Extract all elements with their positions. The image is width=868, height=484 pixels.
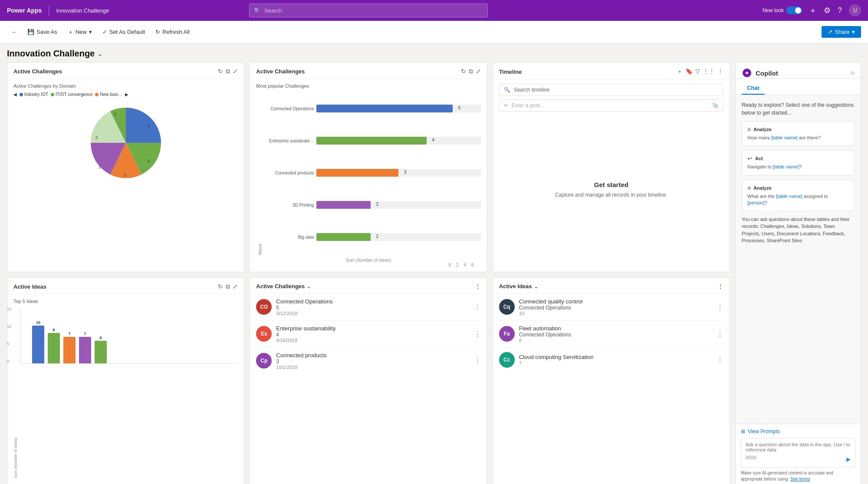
challenge-item-menu-2[interactable]: ⋮ xyxy=(474,357,481,365)
see-terms-link[interactable]: See terms xyxy=(790,477,810,481)
timeline-card-actions: ＋ 🔖 ▽ ⋮⋮ ⋮ xyxy=(677,68,723,76)
challenges-list-body: CO Connected Operations 5 3/12/2018 ⋮ Es… xyxy=(250,294,487,484)
set-as-default-button[interactable]: ✓ Set As Default xyxy=(98,26,149,38)
challenge-item-info-2: Connected products 3 10/1/2018 xyxy=(276,352,469,370)
copilot-close-icon[interactable]: ○ xyxy=(850,69,855,77)
settings-icon[interactable]: ⚙ xyxy=(824,6,831,15)
idea-avatar-1: Fa xyxy=(499,326,515,342)
challenge-item-menu-1[interactable]: ⋮ xyxy=(474,330,481,338)
power-apps-brand: Power Apps xyxy=(7,7,42,14)
idea-item-info-1: Fleet automation Connected Operations 8 xyxy=(519,325,712,343)
ideas-bar-val-1: 8 xyxy=(53,328,55,332)
challenges-list-more-icon[interactable]: ⋮ xyxy=(475,283,481,290)
copilot-suggestion-0[interactable]: ≡ Analyze How many [table name] are ther… xyxy=(742,121,855,146)
share-button[interactable]: ↗ Share ▾ xyxy=(822,26,861,38)
pie-card-subtitle: Active Challenges by Domain xyxy=(13,83,238,89)
ideas-expand-icon[interactable]: ⤢ xyxy=(233,283,238,290)
new-look-toggle[interactable]: New look xyxy=(763,7,802,14)
challenges-list-title-dropdown[interactable]: Active Challenges ⌄ xyxy=(256,283,311,290)
bar-expand-icon[interactable]: ⤢ xyxy=(476,68,481,75)
ideas-list-title-dropdown[interactable]: Active Ideas ⌄ xyxy=(499,283,539,290)
back-button[interactable]: ← xyxy=(7,26,21,38)
bar-fill-1: 4 xyxy=(316,137,426,145)
ideas-y-axis-label: Sum (Number of Votes) xyxy=(13,307,18,478)
copilot-suggestion-1-text: Navigate to [table name]? xyxy=(747,164,849,170)
attach-icon[interactable]: 📎 xyxy=(712,102,719,109)
next-legend-icon[interactable]: ▶ xyxy=(125,92,128,97)
bar-copy-icon[interactable]: ⧉ xyxy=(469,68,473,75)
copilot-suggestion-1[interactable]: ↩ Act Navigate to [table name]? xyxy=(742,150,855,175)
edit-icon: ✏ xyxy=(504,102,508,109)
svg-text:1: 1 xyxy=(124,172,126,177)
nav-right-actions: New look ＋ ⚙ ? U xyxy=(763,4,861,16)
timeline-post-input[interactable]: ✏ Enter a post… 📎 xyxy=(499,99,723,112)
challenge-item-name-1: Enterprise sustainability xyxy=(276,325,469,332)
bar-track-3: 2 xyxy=(316,201,480,209)
copy-card-icon[interactable]: ⧉ xyxy=(226,68,230,75)
bar-row-4: Big data 2 xyxy=(266,233,480,241)
ideas-list-more-icon[interactable]: ⋮ xyxy=(717,283,723,290)
timeline-more-icon[interactable]: ⋮ xyxy=(717,68,723,76)
refresh-all-button[interactable]: ↻ Refresh All xyxy=(151,26,194,38)
timeline-card: Timeline ＋ 🔖 ▽ ⋮⋮ ⋮ 🔍 Search timeline ✏ … xyxy=(493,62,730,272)
copilot-char-count: 0/500 xyxy=(746,455,756,464)
refresh-card-icon[interactable]: ↻ xyxy=(218,68,223,75)
idea-item-menu-0[interactable]: ⋮ xyxy=(717,303,723,311)
page-title-chevron-icon[interactable]: ⌄ xyxy=(97,49,103,58)
ideas-bar-col-4: 6 xyxy=(95,336,107,363)
idea-item-info-2: Cloud computing Servitization 7 xyxy=(519,354,712,365)
idea-item-menu-1[interactable]: ⋮ xyxy=(717,330,723,338)
copilot-send-button[interactable]: ➤ xyxy=(845,455,851,464)
idea-item-menu-2[interactable]: ⋮ xyxy=(717,356,723,364)
bar-refresh-icon[interactable]: ↻ xyxy=(461,68,466,75)
bar-track-4: 2 xyxy=(316,233,480,241)
prev-legend-icon[interactable]: ◀ xyxy=(13,92,17,97)
copilot-panel: Copilot ○ Chat Ready to explore? Select … xyxy=(735,62,861,484)
ideas-chart-container: Sum (Number of Votes) 051015 10 xyxy=(13,307,238,478)
profile-icon[interactable]: U xyxy=(849,4,861,16)
ideas-chart-title: Active Ideas xyxy=(13,283,46,290)
new-look-switch[interactable] xyxy=(786,7,802,14)
view-prompts-label: View Prompts xyxy=(748,428,780,435)
ideas-bar-col-0: 10 xyxy=(32,320,44,363)
bar-y-axis-label: Name xyxy=(256,94,264,255)
bar-fill-2: 3 xyxy=(316,169,398,177)
bar-val-1: 4 xyxy=(432,138,434,142)
add-icon[interactable]: ＋ xyxy=(809,5,817,16)
pie-card-actions: ↻ ⧉ ⤢ xyxy=(218,68,238,75)
ideas-bars: 10 8 7 xyxy=(23,307,107,363)
copilot-tab-chat[interactable]: Chat xyxy=(742,82,765,95)
svg-text:2: 2 xyxy=(95,135,98,140)
view-prompts-button[interactable]: ⊞ View Prompts xyxy=(741,428,780,435)
timeline-search-input[interactable]: 🔍 Search timeline xyxy=(499,84,723,96)
challenge-item-menu-0[interactable]: ⋮ xyxy=(474,303,481,311)
timeline-search-label: Search timeline xyxy=(514,87,550,93)
ideas-refresh-icon[interactable]: ↻ xyxy=(218,283,223,290)
timeline-card-body: 🔍 Search timeline ✏ Enter a post… 📎 Get … xyxy=(493,79,730,272)
ideas-chart-actions: ↻ ⧉ ⤢ xyxy=(218,283,238,290)
ideas-list-header: Active Ideas ⌄ ⋮ xyxy=(493,278,730,294)
copilot-suggestion-2-type: Analyze xyxy=(753,185,772,191)
copilot-suggestion-2[interactable]: ≡ Analyze What are the [table name] assi… xyxy=(742,180,855,211)
copilot-chat-input[interactable] xyxy=(746,442,851,452)
copilot-intro-text: Ready to explore? Select one of the sugg… xyxy=(742,101,855,117)
global-search[interactable]: 🔍 xyxy=(249,3,488,17)
bar-label-1: Enterprise sustainabi… xyxy=(266,138,314,143)
ideas-copy-icon[interactable]: ⧉ xyxy=(226,283,230,290)
expand-card-icon[interactable]: ⤢ xyxy=(233,68,238,75)
idea-item-count-2: 7 xyxy=(519,360,712,365)
idea-avatar-0: Cq xyxy=(499,299,515,315)
copilot-suggestion-1-header: ↩ Act xyxy=(747,155,849,162)
timeline-bookmark-icon[interactable]: 🔖 xyxy=(685,68,693,76)
new-button[interactable]: ＋ New ▾ xyxy=(63,26,96,39)
save-as-button[interactable]: 💾 Save As xyxy=(23,26,62,38)
search-input[interactable] xyxy=(264,7,483,14)
copilot-body: Ready to explore? Select one of the sugg… xyxy=(736,95,861,424)
idea-list-item-1: Fa Fleet automation Connected Operations… xyxy=(499,321,723,348)
timeline-columns-icon[interactable]: ⋮⋮ xyxy=(703,68,715,76)
timeline-filter-icon[interactable]: ▽ xyxy=(695,68,700,76)
timeline-add-icon[interactable]: ＋ xyxy=(677,68,683,76)
copilot-input-area: 0/500 ➤ xyxy=(741,438,855,468)
help-icon[interactable]: ? xyxy=(838,6,842,15)
ideas-chart-header: Active Ideas ↻ ⧉ ⤢ xyxy=(7,278,244,294)
